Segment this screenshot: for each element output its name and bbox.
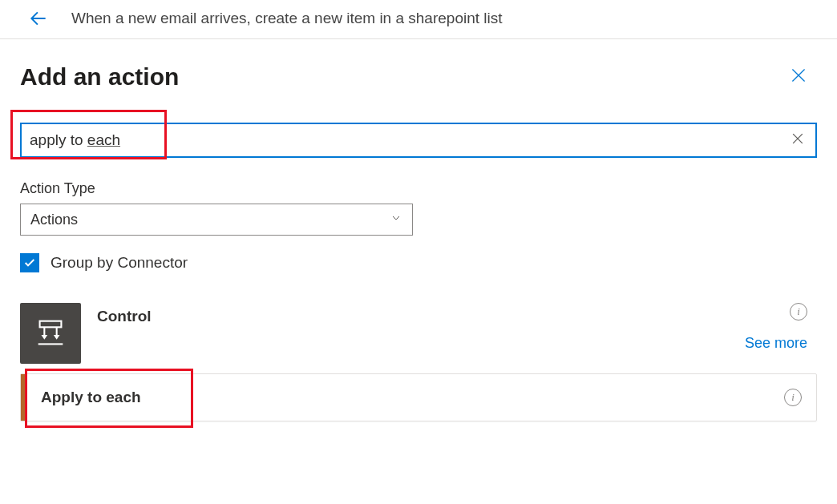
- connector-row: Control i See more: [20, 303, 817, 364]
- action-item-wrap: Apply to each i: [20, 373, 817, 421]
- action-type-label: Action Type: [20, 180, 817, 197]
- panel-title: Add an action: [20, 63, 179, 91]
- chevron-down-icon: [390, 212, 402, 228]
- svg-rect-5: [40, 321, 62, 328]
- close-icon[interactable]: [788, 65, 817, 89]
- top-bar: When a new email arrives, create a new i…: [0, 0, 837, 39]
- panel-header: Add an action: [20, 63, 817, 91]
- info-icon[interactable]: i: [790, 303, 807, 321]
- control-connector-icon: [20, 303, 81, 364]
- connector-left: Control: [20, 303, 152, 364]
- info-icon[interactable]: i: [784, 389, 802, 406]
- action-accent-bar: [21, 374, 25, 421]
- search-wrap: apply to each: [20, 123, 817, 158]
- group-by-label: Group by Connector: [51, 254, 188, 272]
- connector-right: i See more: [745, 303, 817, 352]
- add-action-panel: Add an action apply to each Action Type …: [0, 39, 837, 437]
- clear-search-icon[interactable]: [790, 131, 806, 150]
- search-value: apply to each: [30, 131, 790, 149]
- action-type-dropdown[interactable]: Actions: [20, 204, 413, 236]
- see-more-link[interactable]: See more: [745, 335, 807, 351]
- group-by-row: Group by Connector: [20, 253, 817, 272]
- connector-name: Control: [97, 308, 152, 325]
- search-input[interactable]: apply to each: [20, 123, 817, 158]
- action-label: Apply to each: [41, 389, 784, 406]
- back-arrow-icon[interactable]: [28, 8, 49, 29]
- action-type-value: Actions: [30, 212, 78, 228]
- breadcrumb: When a new email arrives, create a new i…: [71, 10, 503, 27]
- group-by-checkbox[interactable]: [20, 253, 39, 272]
- action-apply-to-each[interactable]: Apply to each i: [20, 373, 817, 421]
